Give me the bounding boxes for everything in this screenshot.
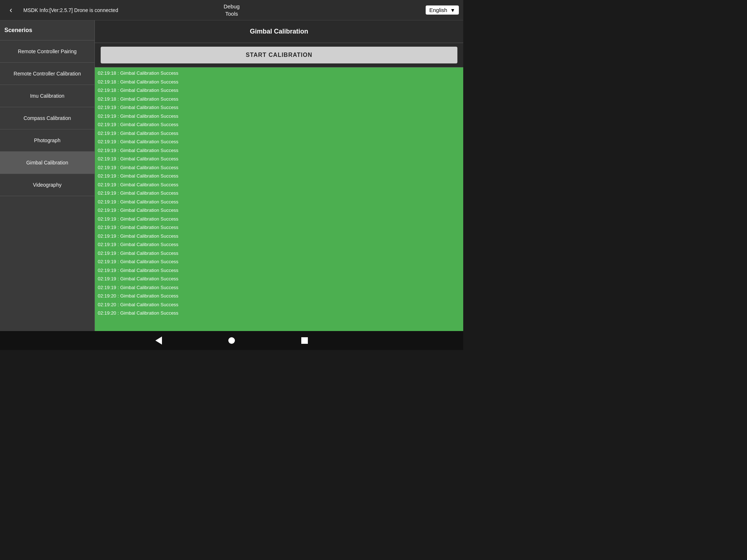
content-header: Gimbal Calibration — [95, 20, 463, 43]
log-entry: 02:19:19 : Gimbal Calibration Success — [98, 240, 460, 249]
back-icon: ‹ — [9, 5, 12, 15]
log-entry: 02:19:19 : Gimbal Calibration Success — [98, 137, 460, 146]
chevron-down-icon: ▼ — [450, 7, 455, 13]
back-button[interactable]: ‹ — [4, 4, 18, 17]
log-entry: 02:19:19 : Gimbal Calibration Success — [98, 103, 460, 112]
language-label: English — [429, 7, 447, 13]
home-nav-icon — [228, 337, 235, 344]
log-entry: 02:19:19 : Gimbal Calibration Success — [98, 249, 460, 258]
log-entry: 02:19:18 : Gimbal Calibration Success — [98, 78, 460, 86]
log-entry: 02:19:20 : Gimbal Calibration Success — [98, 309, 460, 318]
back-nav-icon — [155, 337, 162, 345]
log-entry: 02:19:19 : Gimbal Calibration Success — [98, 206, 460, 215]
start-button-wrapper: START CALIBRATION — [95, 43, 463, 67]
recent-nav-button[interactable] — [297, 333, 312, 348]
log-entry: 02:19:20 : Gimbal Calibration Success — [98, 292, 460, 300]
header: ‹ MSDK Info:[Ver:2.5.7] Drone is connect… — [0, 0, 463, 20]
sidebar: Scenerios Remote Controller Pairing Remo… — [0, 20, 95, 331]
log-entry: 02:19:19 : Gimbal Calibration Success — [98, 146, 460, 155]
content-title: Gimbal Calibration — [250, 28, 308, 35]
start-calibration-button[interactable]: START CALIBRATION — [101, 47, 457, 63]
sidebar-item-compass-calibration[interactable]: Compass Calibration — [0, 107, 94, 129]
recent-nav-icon — [301, 337, 308, 344]
sidebar-title: Scenerios — [4, 27, 32, 33]
log-entry: 02:19:19 : Gimbal Calibration Success — [98, 257, 460, 266]
log-entry: 02:19:20 : Gimbal Calibration Success — [98, 300, 460, 309]
header-center: DebugTools — [224, 3, 240, 17]
main-layout: Scenerios Remote Controller Pairing Remo… — [0, 20, 463, 331]
sidebar-item-remote-controller-pairing[interactable]: Remote Controller Pairing — [0, 40, 94, 63]
log-entry: 02:19:18 : Gimbal Calibration Success — [98, 69, 460, 78]
log-entry: 02:19:18 : Gimbal Calibration Success — [98, 86, 460, 95]
log-entry: 02:19:19 : Gimbal Calibration Success — [98, 112, 460, 121]
bottom-navigation — [0, 331, 463, 350]
log-entry: 02:19:19 : Gimbal Calibration Success — [98, 215, 460, 223]
sidebar-item-photograph[interactable]: Photograph — [0, 129, 94, 152]
log-entry: 02:19:19 : Gimbal Calibration Success — [98, 198, 460, 206]
log-entry: 02:19:19 : Gimbal Calibration Success — [98, 172, 460, 180]
log-entry: 02:19:19 : Gimbal Calibration Success — [98, 163, 460, 172]
log-entry: 02:19:19 : Gimbal Calibration Success — [98, 155, 460, 163]
language-selector[interactable]: English ▼ — [426, 5, 459, 15]
content-area: Gimbal Calibration START CALIBRATION 02:… — [95, 20, 463, 331]
sidebar-header: Scenerios — [0, 20, 94, 40]
debug-tools-label: DebugTools — [224, 3, 240, 17]
log-entry: 02:19:19 : Gimbal Calibration Success — [98, 180, 460, 189]
log-entry: 02:19:19 : Gimbal Calibration Success — [98, 120, 460, 129]
log-entry: 02:19:19 : Gimbal Calibration Success — [98, 189, 460, 198]
log-entry: 02:19:19 : Gimbal Calibration Success — [98, 266, 460, 275]
log-entry: 02:19:19 : Gimbal Calibration Success — [98, 223, 460, 232]
home-nav-button[interactable] — [224, 333, 239, 348]
sidebar-item-videography[interactable]: Videography — [0, 174, 94, 196]
back-nav-button[interactable] — [151, 333, 166, 348]
log-entry: 02:19:19 : Gimbal Calibration Success — [98, 129, 460, 138]
sidebar-item-remote-controller-calibration[interactable]: Remote Controller Calibration — [0, 63, 94, 85]
log-entry: 02:19:19 : Gimbal Calibration Success — [98, 283, 460, 292]
log-entry: 02:19:18 : Gimbal Calibration Success — [98, 95, 460, 104]
sidebar-item-gimbal-calibration[interactable]: Gimbal Calibration — [0, 152, 94, 174]
sidebar-item-imu-calibration[interactable]: Imu Calibration — [0, 85, 94, 107]
log-entry: 02:19:19 : Gimbal Calibration Success — [98, 275, 460, 283]
log-entry: 02:19:19 : Gimbal Calibration Success — [98, 232, 460, 241]
log-area: 02:19:18 : Gimbal Calibration Success02:… — [95, 67, 463, 331]
